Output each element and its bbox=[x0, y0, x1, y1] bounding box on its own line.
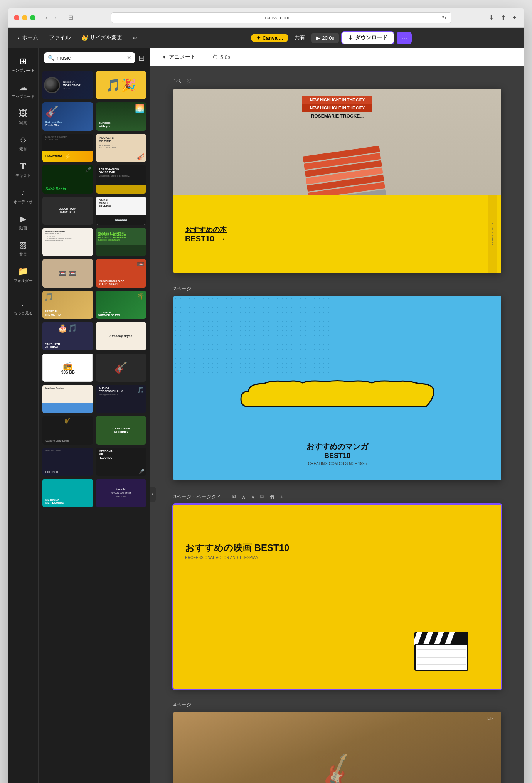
resize-button[interactable]: 👑 サイズを変更 bbox=[77, 32, 126, 44]
sidebar-item-video[interactable]: ▶ 動画 bbox=[9, 210, 37, 235]
page-3-section: 3ページ・ページタイ... ⧉ ∧ ∨ ⧉ 🗑 + bbox=[173, 493, 501, 689]
time-button[interactable]: ▶ 20.0s bbox=[311, 33, 339, 43]
sidebar-item-element[interactable]: ◇ 素材 bbox=[9, 131, 37, 156]
speech-cloud-svg bbox=[206, 380, 468, 411]
template-card[interactable]: Matthew Daniels bbox=[42, 385, 93, 413]
element-label: 素材 bbox=[19, 146, 27, 152]
page-down-button[interactable]: ∨ bbox=[249, 493, 256, 501]
file-button[interactable]: ファイル bbox=[45, 32, 74, 44]
undo-button[interactable]: ↩ bbox=[129, 32, 141, 43]
timer-display: ⏱ 5.0s bbox=[212, 54, 230, 60]
sidebar-icons: ⊞ テンプレート ☁ アップロード 🖼 写真 ◇ 素材 T テキスト ♪ オーデ… bbox=[8, 48, 39, 783]
share-button[interactable]: 共有 bbox=[291, 32, 309, 44]
panel-collapse-button[interactable]: ‹ bbox=[150, 487, 156, 502]
page-1-label: 1ページ bbox=[173, 78, 501, 85]
address-bar: canva.com ↻ bbox=[111, 12, 451, 23]
page-2-section: 2ページ bbox=[173, 285, 501, 480]
animate-button[interactable]: ✦ アニメート bbox=[158, 51, 200, 63]
audio-label: オーディオ bbox=[13, 199, 33, 205]
share-browser-button[interactable]: ⬆ bbox=[499, 13, 508, 22]
maximize-traffic-light[interactable] bbox=[30, 15, 35, 20]
app-toolbar: ‹ ホーム ファイル 👑 サイズを変更 ↩ ✦ Canva ... 共有 ▶ 2… bbox=[8, 28, 524, 48]
template-card[interactable]: POCKETSOF TIME NEW ALBUM BYISMAEL MCELKA… bbox=[96, 134, 146, 162]
page-up-button[interactable]: ∧ bbox=[240, 493, 247, 501]
search-clear-button[interactable]: ✕ bbox=[126, 55, 131, 61]
page-1-section: 1ページ bbox=[173, 78, 501, 273]
template-card[interactable]: Kimberly Bryan bbox=[96, 322, 146, 350]
template-grid: MIXXERSWORLDWIDE VOL. 38 🎵🎉 bbox=[39, 68, 150, 510]
forward-button[interactable]: › bbox=[52, 13, 59, 22]
bg-label: 背景 bbox=[19, 252, 27, 257]
sidebar-item-template[interactable]: ⊞ テンプレート bbox=[9, 52, 37, 77]
search-input[interactable] bbox=[57, 55, 124, 61]
template-card[interactable]: METRONAME RECORDS bbox=[42, 479, 93, 507]
clapperboard bbox=[414, 632, 468, 671]
new-tab-button[interactable]: + bbox=[511, 13, 518, 22]
reload-button[interactable]: ↻ bbox=[442, 15, 446, 21]
template-card[interactable]: TropischeSUMMER BEATS 🌴 bbox=[96, 291, 146, 319]
download-indicator-button[interactable]: ⬇ bbox=[487, 13, 496, 22]
template-card[interactable]: ZOUND ZONERECORDS bbox=[96, 416, 146, 444]
browser-nav-buttons: ‹ › bbox=[43, 13, 59, 22]
folder-icon: 📁 bbox=[18, 266, 28, 276]
back-button[interactable]: ‹ bbox=[43, 13, 50, 22]
page-duplicate-button[interactable]: ⧉ bbox=[259, 493, 266, 501]
sidebar-item-upload[interactable]: ☁ アップロード bbox=[9, 79, 37, 103]
share-label: 共有 bbox=[295, 34, 305, 40]
page-copy-button[interactable]: ⧉ bbox=[231, 493, 238, 501]
template-card[interactable]: tenfoldAUTUMN MUSIC FESTOCT 9-11 2016 bbox=[96, 479, 146, 507]
page-1-canvas[interactable]: NEW HIGHLIGHT IN THE CITY NEW HIGHLIGHT … bbox=[173, 89, 501, 273]
template-card[interactable]: 🎵🎉 bbox=[96, 71, 146, 99]
download-label: ダウンロード bbox=[355, 34, 387, 41]
template-card[interactable]: MUSIC IS THE POETRY OF YOUR SOUL LIGHTNI… bbox=[42, 134, 93, 162]
download-icon: ⬇ bbox=[348, 35, 353, 41]
template-card[interactable]: SAIDAIMUSICSTUDIOS 🎹🎹🎹🎹🎹 bbox=[96, 197, 146, 225]
template-card-retro[interactable]: RETRO INTHE METRO 🎵 bbox=[42, 291, 93, 319]
template-card[interactable]: BEECHTOWNWAVE 101.1 bbox=[42, 197, 93, 225]
sidebar-item-photo[interactable]: 🖼 写真 bbox=[9, 105, 37, 130]
download-button[interactable]: ⬇ ダウンロード bbox=[341, 31, 394, 44]
template-card[interactable]: MIXXERSWORLDWIDE VOL. 38 bbox=[42, 71, 93, 99]
template-card[interactable]: AUDIOS CO. STREAMING APP AUDIOS CO. STRE… bbox=[96, 228, 146, 256]
close-traffic-light[interactable] bbox=[14, 15, 19, 20]
template-card[interactable]: I CLOSED Classic Jazz Sound bbox=[42, 448, 93, 476]
filter-button[interactable]: ⊟ bbox=[138, 53, 145, 62]
template-card[interactable]: METRONAMERECORDS 🎤 bbox=[96, 448, 146, 476]
video-label: 動画 bbox=[19, 226, 27, 231]
template-card[interactable]: 🎸 bbox=[96, 354, 146, 382]
template-card[interactable]: Rock Live & More Rock Star 🎸 bbox=[42, 102, 93, 130]
template-card[interactable]: RUFUS STEWART PIANO TEACHER 123-456-7890… bbox=[42, 228, 93, 256]
template-card[interactable]: sunsetswith you 🌅 bbox=[96, 102, 146, 130]
template-card[interactable]: Classic Jazz Beats 🎷 bbox=[42, 416, 93, 444]
home-button[interactable]: ‹ ホーム bbox=[14, 32, 42, 44]
page-3-controls: ⧉ ∧ ∨ ⧉ 🗑 + bbox=[231, 493, 285, 501]
tab-overview-button[interactable]: ⊞ bbox=[66, 13, 76, 22]
template-card[interactable]: THE GOLDSPINDANCE BAR Music meets, Shake… bbox=[96, 165, 146, 193]
page-3-canvas[interactable]: おすすめの映画 BEST10 PROFESSIONAL ACTOR AND TH… bbox=[173, 505, 501, 689]
sidebar-item-more[interactable]: ··· もっと見る bbox=[9, 298, 37, 320]
sidebar-item-folder[interactable]: 📁 フォルダー bbox=[9, 263, 37, 287]
canvas-scroll[interactable]: 1ページ bbox=[150, 66, 524, 783]
template-panel: 🔍 ✕ ⊟ MIXXE bbox=[39, 48, 150, 510]
page-3-header: 3ページ・ページタイ... ⧉ ∧ ∨ ⧉ 🗑 + bbox=[173, 493, 501, 501]
page-4-canvas[interactable]: 🎸 Dix おすすめの音楽 ベスト10 bbox=[173, 712, 501, 783]
sidebar-item-audio[interactable]: ♪ オーディオ bbox=[9, 184, 37, 209]
page-2-canvas[interactable]: おすすめのマンガ BEST10 CREATING COMICS SINCE 19… bbox=[173, 296, 501, 480]
template-card[interactable]: Slick Beats 🎤 bbox=[42, 165, 93, 193]
template-card[interactable]: AUDIOSPROFESSIONAL X Sharing Music & Mor… bbox=[96, 385, 146, 413]
template-card-90sbb[interactable]: 📻 '90S BB bbox=[42, 354, 93, 382]
minimize-traffic-light[interactable] bbox=[22, 15, 27, 20]
page-3-label: 3ページ・ページタイ... bbox=[173, 493, 226, 500]
upload-icon: ☁ bbox=[19, 83, 27, 93]
template-card[interactable]: RAY'S 12THBIRTHDAY 🎂🎵 bbox=[42, 322, 93, 350]
page-4-section: 4ページ 🎸 Dix おすすめの音楽 bbox=[173, 701, 501, 783]
sidebar-item-bg[interactable]: ▨ 背景 bbox=[9, 236, 37, 261]
page-3-sub: PROFESSIONAL ACTOR AND THESPIAN bbox=[185, 556, 289, 560]
page-add-button[interactable]: + bbox=[279, 493, 285, 501]
sidebar-item-text[interactable]: T テキスト bbox=[9, 157, 37, 182]
template-card[interactable]: MUSIC SHOULD BEYOUR ESCAPE. 📼 bbox=[96, 259, 146, 287]
more-options-button[interactable]: ··· bbox=[397, 32, 412, 44]
page-delete-button[interactable]: 🗑 bbox=[268, 493, 276, 501]
arrow-icon: → bbox=[218, 234, 226, 243]
template-card[interactable]: 📼📼 bbox=[42, 259, 93, 287]
